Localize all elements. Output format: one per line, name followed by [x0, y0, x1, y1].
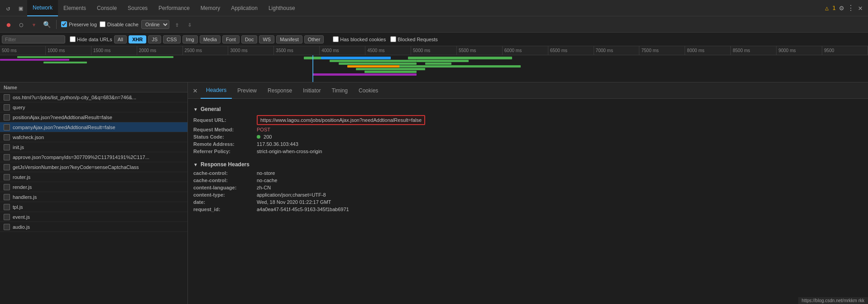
- list-item[interactable]: handlers.js: [0, 192, 187, 202]
- list-item[interactable]: approve.json?companyIds=307709%2C1179141…: [0, 152, 187, 162]
- general-section-header[interactable]: ▼ General: [193, 106, 863, 112]
- timeline-ruler: 500 ms 1000 ms 1500 ms 2000 ms 2500 ms 3…: [0, 46, 868, 55]
- referrer-policy-value: strict-origin-when-cross-origin: [257, 149, 322, 154]
- item-icon: [4, 114, 10, 121]
- detail-panel: ✕ Headers Preview Response Initiator Tim…: [188, 82, 868, 304]
- item-icon: [4, 134, 10, 140]
- tick-6500: 6500 ms: [548, 46, 594, 55]
- filter-btn-js[interactable]: JS: [148, 35, 161, 43]
- tab-headers[interactable]: Headers: [201, 82, 232, 99]
- blocked-cookies-checkbox[interactable]: Has blocked cookies: [333, 36, 386, 42]
- tab-application[interactable]: Application: [225, 0, 263, 16]
- content-type-key: content-type:: [193, 192, 257, 198]
- list-item[interactable]: render.js: [0, 182, 187, 192]
- tab-initiator[interactable]: Initiator: [297, 82, 326, 99]
- clear-icon[interactable]: ○: [16, 19, 26, 29]
- tab-preview[interactable]: Preview: [232, 82, 262, 99]
- filter-icon[interactable]: ▿: [29, 19, 39, 29]
- filter-btn-media[interactable]: Media: [200, 35, 221, 43]
- tick-3000: 3000 ms: [228, 46, 274, 55]
- filter-btn-manifest[interactable]: Manifest: [276, 35, 302, 43]
- filter-input[interactable]: [2, 35, 65, 43]
- preserve-log-checkbox[interactable]: Preserve log: [61, 21, 97, 27]
- list-item[interactable]: query: [0, 102, 187, 112]
- item-icon: [4, 144, 10, 150]
- close-detail-button[interactable]: ✕: [190, 85, 201, 96]
- content-type-value: application/json;charset=UTF-8: [257, 192, 326, 198]
- tab-console[interactable]: Console: [91, 0, 122, 16]
- tab-lighthouse[interactable]: Lighthouse: [263, 0, 301, 16]
- disable-cache-checkbox[interactable]: Disable cache: [100, 21, 139, 27]
- tab-network[interactable]: Network: [27, 0, 58, 16]
- item-name: approve.json?companyIds=307709%2C1179141…: [13, 154, 149, 160]
- hide-data-urls-checkbox[interactable]: Hide data URLs: [70, 36, 112, 42]
- cache-control-2-value: no-cache: [257, 178, 277, 183]
- tab-response[interactable]: Response: [262, 82, 297, 99]
- upload-icon[interactable]: ⇧: [172, 19, 182, 29]
- list-item[interactable]: event.js: [0, 212, 187, 222]
- list-item[interactable]: tpl.js: [0, 202, 187, 212]
- filter-btn-doc[interactable]: Doc: [241, 35, 258, 43]
- list-item-selected[interactable]: companyAjax.json?needAddtionalResult=fal…: [0, 122, 187, 132]
- more-icon[interactable]: ⋮: [847, 4, 854, 12]
- item-icon: [4, 184, 10, 190]
- tab-performance[interactable]: Performance: [153, 0, 195, 16]
- item-icon: [4, 204, 10, 210]
- dock-icon[interactable]: ▣: [14, 0, 27, 16]
- item-icon: [4, 214, 10, 220]
- filter-btn-other[interactable]: Other: [304, 35, 324, 43]
- back-icon[interactable]: ↺: [2, 0, 14, 16]
- status-code-row: Status Code: 200: [193, 134, 863, 140]
- tab-timing[interactable]: Timing: [326, 82, 353, 99]
- item-name: oss.html?u=/jobs/list_python/p-city_0&q=…: [13, 95, 136, 100]
- cache-control-1-row: cache-control: no-store: [193, 170, 863, 176]
- list-item[interactable]: getJsVersionNumber.json?keyCode=senseCap…: [0, 162, 187, 172]
- tick-5500: 5500 ms: [457, 46, 503, 55]
- item-name: router.js: [13, 174, 30, 180]
- tab-sources[interactable]: Sources: [122, 0, 153, 16]
- filter-btn-font[interactable]: Font: [222, 35, 240, 43]
- warning-badge[interactable]: △ 1: [825, 5, 835, 11]
- top-tabs-bar: ↺ ▣ Network Elements Console Sources Per…: [0, 0, 868, 16]
- settings-icon[interactable]: ⚙: [839, 4, 844, 12]
- list-item[interactable]: init.js: [0, 142, 187, 152]
- tick-5000: 5000 ms: [411, 46, 457, 55]
- throttle-select[interactable]: Online: [141, 20, 169, 29]
- tick-4500: 4500 ms: [365, 46, 411, 55]
- request-id-value: a4a0ea47-541f-45c5-9163-345f1bab6971: [257, 207, 349, 212]
- filter-btn-css[interactable]: CSS: [163, 35, 181, 43]
- tab-memory[interactable]: Memory: [195, 0, 225, 16]
- detail-tabs: ✕ Headers Preview Response Initiator Tim…: [188, 82, 868, 99]
- list-item[interactable]: wafcheck.json: [0, 132, 187, 142]
- filter-btn-all[interactable]: All: [114, 35, 127, 43]
- tick-2000: 2000 ms: [137, 46, 183, 55]
- tick-2500: 2500 ms: [183, 46, 229, 55]
- item-name: render.js: [13, 184, 32, 190]
- request-url-value[interactable]: https://www.lagou.com/jobs/positionAjax.…: [257, 115, 425, 125]
- response-headers-section-header[interactable]: ▼ Response Headers: [193, 161, 863, 168]
- filter-btn-xhr[interactable]: XHR: [129, 35, 146, 43]
- close-devtools-icon[interactable]: ✕: [858, 4, 863, 12]
- tab-elements[interactable]: Elements: [58, 0, 91, 16]
- blocked-requests-checkbox[interactable]: Blocked Requests: [390, 36, 438, 42]
- list-item[interactable]: audio.js: [0, 222, 187, 232]
- triangle-icon: ▼: [193, 162, 198, 167]
- item-name: event.js: [13, 214, 30, 220]
- timeline-waterfall: [0, 55, 868, 82]
- list-item[interactable]: positionAjax.json?needAddtionalResult=fa…: [0, 112, 187, 122]
- record-icon[interactable]: ●: [4, 19, 14, 29]
- cache-control-1-value: no-store: [257, 170, 275, 176]
- filter-btn-ws[interactable]: WS: [259, 35, 274, 43]
- tab-cookies[interactable]: Cookies: [353, 82, 384, 99]
- download-icon[interactable]: ⇩: [185, 19, 195, 29]
- filter-btn-img[interactable]: Img: [182, 35, 198, 43]
- request-url-row: Request URL: https://www.lagou.com/jobs/…: [193, 115, 863, 125]
- tick-1500: 1500 ms: [91, 46, 137, 55]
- item-icon: [4, 224, 10, 230]
- tick-7000: 7000 ms: [594, 46, 640, 55]
- remote-address-value: 117.50.36.103:443: [257, 141, 298, 147]
- date-key: date:: [193, 199, 257, 205]
- list-item[interactable]: router.js: [0, 172, 187, 182]
- search-icon[interactable]: 🔍: [42, 19, 52, 29]
- list-item[interactable]: oss.html?u=/jobs/list_python/p-city_0&q=…: [0, 92, 187, 102]
